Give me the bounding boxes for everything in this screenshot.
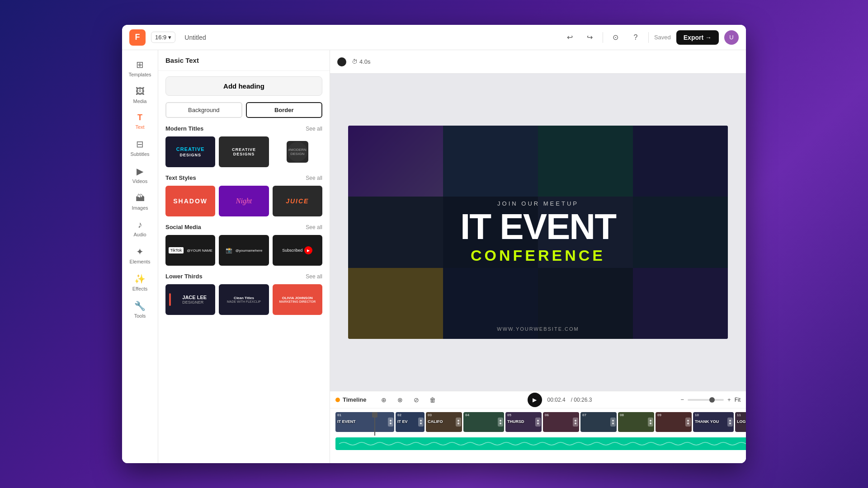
- videos-icon: ▶: [137, 166, 143, 177]
- lower-thirds-grid: JACE LEE DESIGNER Clean Titles MADE WITH…: [165, 284, 322, 315]
- playhead: [374, 412, 375, 436]
- duplicate-button[interactable]: ⊘: [410, 394, 423, 406]
- social-media-grid: TikTok @YOUR NAME 📸 @yournamehere Subscr…: [165, 235, 322, 266]
- sidebar-item-videos[interactable]: ▶ Videos: [124, 162, 156, 188]
- timeline-clip-6[interactable]: 06: [543, 412, 579, 432]
- ratio-selector[interactable]: 16:9 ▾: [151, 32, 175, 43]
- text-styles-grid: SHADOW Night JUICE: [165, 186, 322, 216]
- screen-record-button[interactable]: ⊙: [609, 30, 623, 45]
- timeline-clip-4[interactable]: 04: [463, 412, 504, 432]
- time-info: ⏱ 4.0s: [352, 58, 371, 65]
- images-icon: 🏔: [136, 193, 145, 203]
- undo-button[interactable]: ↩: [563, 30, 577, 45]
- sidebar-item-effects[interactable]: ✨ Effects: [124, 270, 156, 295]
- canvas-content: JOIN OUR MEETUP IT EVENT CONFERENCE WWW.…: [348, 126, 728, 339]
- video-track: 01 IT EVENT 02 IT EV 03 CALIFO: [335, 412, 741, 436]
- modern-title-item-3[interactable]: #MODERNDESIGN: [287, 141, 308, 163]
- modern-title-item-2[interactable]: CREATIVE DESIGNS: [219, 136, 269, 167]
- total-time: / 00:26.3: [571, 397, 592, 403]
- fit-button[interactable]: Fit: [735, 397, 741, 403]
- lower-thirds-see-all[interactable]: See all: [306, 273, 322, 280]
- panel-title: Basic Text: [158, 50, 330, 71]
- timeline-clip-8[interactable]: 08: [618, 412, 654, 432]
- social-item-1[interactable]: TikTok @YOUR NAME: [165, 235, 215, 266]
- timeline-label: Timeline: [335, 396, 367, 403]
- social-item-2[interactable]: 📸 @yournamehere: [219, 235, 269, 266]
- timeline-clip-9[interactable]: 09: [656, 412, 692, 432]
- timeline-clip-7[interactable]: 07: [580, 412, 617, 432]
- social-item-3[interactable]: Subscribed ▶: [273, 235, 322, 266]
- text-icon: T: [137, 113, 142, 122]
- lower-third-item-2[interactable]: Clean Titles MADE WITH FLEXCLIP: [219, 284, 269, 315]
- project-title: Untitled: [184, 34, 206, 41]
- sidebar-item-tools[interactable]: 🔧 Tools: [124, 297, 156, 322]
- text-panel: Basic Text Add heading Background Border…: [158, 50, 330, 463]
- background-tab[interactable]: Background: [165, 102, 242, 118]
- effects-icon: ✨: [134, 273, 146, 284]
- redo-button[interactable]: ↪: [583, 30, 597, 45]
- sidebar-item-media[interactable]: 🖼 Media: [124, 83, 156, 108]
- modern-titles-grid: CREATIVE DESIGNS CREATIVE DESIGNS #MODER…: [165, 136, 322, 167]
- tools-icon: 🔧: [134, 300, 146, 311]
- help-button[interactable]: ?: [628, 30, 643, 45]
- text-styles-see-all[interactable]: See all: [306, 175, 322, 181]
- timeline-section: Timeline ⊕ ⊗ ⊘ 🗑 ▶ 00:02.4 / 00:26.3: [330, 391, 746, 463]
- social-media-see-all[interactable]: See all: [306, 224, 322, 230]
- timeline-clip-5[interactable]: 05 THURSD: [505, 412, 542, 432]
- playback-controls: ▶ 00:02.4 / 00:26.3: [528, 393, 592, 407]
- zoom-controls: − + Fit: [680, 396, 741, 403]
- delete-button[interactable]: 🗑: [426, 394, 439, 406]
- clock-icon: ⏱: [352, 58, 358, 65]
- zoom-slider[interactable]: [688, 399, 724, 401]
- timeline-tracks[interactable]: 01 IT EVENT 02 IT EV 03 CALIFO: [330, 408, 746, 463]
- saved-status: Saved: [654, 34, 671, 41]
- timeline-clip-11[interactable]: 11 LOGO NAME: [735, 412, 746, 432]
- zoom-in-button[interactable]: +: [727, 396, 731, 403]
- timeline-clip-3[interactable]: 03 CALIFO: [426, 412, 462, 432]
- play-button[interactable]: ▶: [528, 393, 542, 407]
- media-icon: 🖼: [136, 86, 145, 97]
- export-button[interactable]: Export →: [676, 30, 719, 45]
- modern-titles-see-all[interactable]: See all: [306, 126, 322, 132]
- timeline-clip-10[interactable]: 10 THANK YOU: [693, 412, 734, 432]
- audio-waveform: [339, 440, 746, 447]
- add-heading-button[interactable]: Add heading: [165, 76, 322, 96]
- subtitles-icon: ⊟: [136, 139, 144, 150]
- app-logo[interactable]: F: [129, 29, 146, 46]
- text-style-item-1[interactable]: SHADOW: [165, 186, 215, 216]
- lower-third-item-1[interactable]: JACE LEE DESIGNER: [165, 284, 215, 315]
- modern-title-item-1[interactable]: CREATIVE DESIGNS: [165, 136, 215, 167]
- text-style-item-2[interactable]: Night: [219, 186, 269, 216]
- add-track-button[interactable]: ⊕: [377, 394, 390, 406]
- border-tab[interactable]: Border: [246, 102, 323, 118]
- timeline-clip-1[interactable]: 01 IT EVENT: [335, 412, 394, 432]
- color-dot: [337, 57, 346, 66]
- sidebar-item-templates[interactable]: ⊞ Templates: [124, 56, 156, 81]
- preview-canvas: JOIN OUR MEETUP IT EVENT CONFERENCE WWW.…: [330, 74, 746, 391]
- conference-subtitle: CONFERENCE: [471, 247, 605, 264]
- timeline-clip-2[interactable]: 02 IT EV: [396, 412, 425, 432]
- meetup-label: JOIN OUR MEETUP: [497, 200, 579, 207]
- zoom-out-button[interactable]: −: [680, 396, 684, 403]
- website-label: WWW.YOURWEBSITE.COM: [497, 326, 579, 332]
- sidebar-item-audio[interactable]: ♪ Audio: [124, 216, 156, 241]
- user-avatar[interactable]: U: [724, 30, 739, 45]
- audio-track-row: [335, 437, 741, 454]
- duration-display: 4.0s: [359, 58, 371, 65]
- text-styles-heading: Text Styles: [165, 174, 196, 181]
- canvas-frame: JOIN OUR MEETUP IT EVENT CONFERENCE WWW.…: [348, 126, 728, 339]
- audio-icon: ♪: [138, 220, 142, 230]
- timeline-dot: [335, 398, 340, 402]
- sidebar-item-images[interactable]: 🏔 Images: [124, 189, 156, 214]
- text-style-item-3[interactable]: JUICE: [273, 186, 322, 216]
- lower-third-item-3[interactable]: OLIVIA JOHNSON MARKETING DIRECTOR: [273, 284, 322, 315]
- preview-area: ⏱ 4.0s: [330, 50, 746, 463]
- modern-titles-heading: Modern Titles: [165, 125, 203, 132]
- sidebar-item-subtitles[interactable]: ⊟ Subtitles: [124, 135, 156, 160]
- split-button[interactable]: ⊗: [394, 394, 406, 406]
- sidebar-item-elements[interactable]: ✦ Elements: [124, 243, 156, 268]
- sidebar-item-text[interactable]: T Text: [124, 109, 156, 133]
- event-title: IT EVENT: [460, 209, 616, 245]
- audio-track[interactable]: [335, 437, 746, 450]
- sidebar: ⊞ Templates 🖼 Media T Text ⊟ Subtitles ▶…: [122, 50, 158, 463]
